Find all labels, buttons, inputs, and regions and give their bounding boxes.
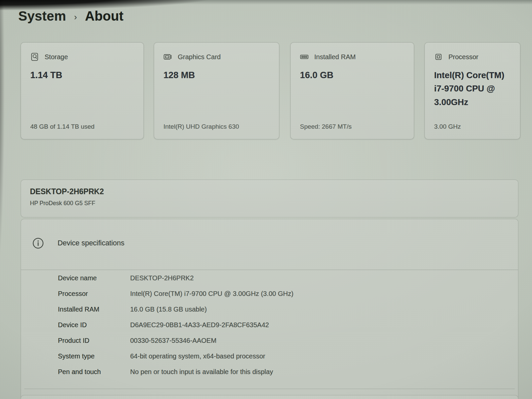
spec-value: Intel(R) Core(TM) i7-9700 CPU @ 3.00GHz … [130,286,511,302]
installed-ram-card-detail: Speed: 2667 MT/s [300,123,409,130]
page-title-about: About [85,9,124,24]
spec-label: Pen and touch [58,364,130,380]
storage-card-value: 1.14 TB [30,68,137,82]
spec-label: Product ID [58,333,130,348]
spec-value: 64-bit operating system, x64-based proce… [130,348,511,364]
breadcrumb-system-link[interactable]: System [18,9,66,24]
spec-row-device-name: Device name DESKTOP-2H6PRK2 [21,270,518,286]
device-name: DESKTOP-2H6PRK2 [30,187,104,196]
spec-value: 00330-52637-55346-AAOEM [130,333,511,348]
spec-label: Processor [58,286,130,302]
spec-value: No pen or touch input is available for t… [130,364,511,380]
processor-card-value: Intel(R) Core(TM) i7-9700 CPU @ 3.00GHz [434,68,514,109]
spec-label: Installed RAM [58,302,130,317]
spec-value: D6A9EC29-0BB1-4A33-AED9-2FA8CF635A42 [130,317,511,333]
storage-icon [30,53,39,61]
installed-ram-card-title: Installed RAM [314,53,356,61]
installed-ram-card: Installed RAM 16.0 GB Speed: 2667 MT/s [290,42,414,139]
graphics-card-icon [163,53,172,61]
device-specifications-panel: Device specifications Device name DESKTO… [21,219,518,399]
installed-ram-card-value: 16.0 GB [300,68,408,82]
spec-row-installed-ram: Installed RAM 16.0 GB (15.8 GB usable) [21,302,518,317]
graphics-card-card: Graphics Card 128 MB Intel(R) UHD Graphi… [154,42,279,139]
spec-label: Device ID [58,317,130,333]
spec-row-pen-and-touch: Pen and touch No pen or touch input is a… [21,364,518,380]
processor-icon [434,53,443,61]
next-section-card[interactable] [21,395,518,399]
spec-row-system-type: System type 64-bit operating system, x64… [21,348,518,364]
divider [24,389,515,389]
processor-card-detail: 3.00 GHz [434,123,515,130]
spec-value: DESKTOP-2H6PRK2 [130,270,511,286]
storage-card: Storage 1.14 TB 48 GB of 1.14 TB used [21,42,144,139]
device-model: HP ProDesk 600 G5 SFF [30,200,95,207]
settings-about-page: System › About Storage 1.14 TB 48 GB of … [0,0,532,399]
spec-label: Device name [58,270,130,286]
graphics-card-detail: Intel(R) UHD Graphics 630 [163,123,274,130]
processor-card: Processor Intel(R) Core(TM) i7-9700 CPU … [424,42,520,139]
graphics-card-value: 128 MB [163,68,273,82]
info-icon [32,237,44,251]
spec-row-processor: Processor Intel(R) Core(TM) i7-9700 CPU … [21,286,518,302]
divider [21,270,518,270]
device-specifications-expander[interactable]: Device specifications [21,219,518,270]
graphics-card-title: Graphics Card [178,53,221,61]
spec-label: System type [58,348,130,364]
storage-card-detail: 48 GB of 1.14 TB used [30,123,139,130]
device-name-panel: DESKTOP-2H6PRK2 HP ProDesk 600 G5 SFF [21,180,518,217]
device-specifications-rows: Device name DESKTOP-2H6PRK2 Processor In… [21,270,518,380]
processor-card-title: Processor [448,53,478,61]
ram-icon [300,53,309,61]
storage-card-title: Storage [45,53,68,61]
breadcrumb: System › About [18,9,124,24]
spec-row-device-id: Device ID D6A9EC29-0BB1-4A33-AED9-2FA8CF… [21,317,518,333]
breadcrumb-chevron-icon: › [74,12,77,22]
spec-row-product-id: Product ID 00330-52637-55346-AAOEM [21,333,518,348]
spec-value: 16.0 GB (15.8 GB usable) [130,302,511,317]
device-specifications-title: Device specifications [58,239,125,247]
